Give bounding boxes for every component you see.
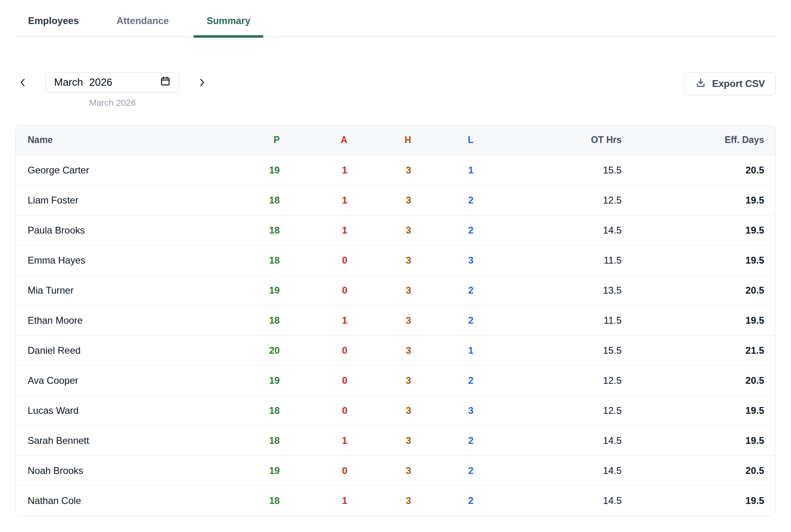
employee-name-cell: Ava Cooper (16, 365, 244, 395)
table-row[interactable]: Liam Foster 18 1 3 2 12.5 19.5 (16, 185, 775, 215)
present-days-cell: 19 (244, 155, 285, 185)
employee-name-cell: Mia Turner (16, 275, 244, 305)
employee-name-cell: Lucas Ward (16, 395, 244, 425)
toolbar: March 2026 March 2026 (15, 72, 776, 108)
month-caption: March 2026 (89, 98, 135, 108)
leave-days-cell: 2 (416, 486, 478, 516)
employee-name-cell: Ethan Moore (16, 305, 244, 335)
attendance-summary-page: Employees Attendance Summary March 2026 (0, 0, 791, 516)
summary-table: Name P A H L OT Hrs Eff. Days George Car… (16, 125, 775, 516)
present-days-cell: 18 (244, 245, 285, 275)
table-row[interactable]: Ethan Moore 18 1 3 2 11.5 19.5 (16, 305, 775, 335)
effective-days-cell: 19.5 (626, 486, 775, 516)
effective-days-cell: 19.5 (626, 245, 775, 275)
absent-days-cell: 1 (285, 185, 352, 215)
table-row[interactable]: Lucas Ward 18 0 3 3 12.5 19.5 (16, 395, 775, 425)
effective-days-cell: 21.5 (626, 335, 775, 365)
absent-days-cell: 0 (285, 395, 352, 425)
overtime-hours-cell: 12.5 (478, 365, 627, 395)
table-row[interactable]: Daniel Reed 20 0 3 1 15.5 21.5 (16, 335, 775, 365)
employee-name-cell: Sarah Bennett (16, 425, 244, 455)
absent-days-cell: 1 (285, 155, 352, 185)
table-body: George Carter 19 1 3 1 15.5 20.5 Liam Fo… (16, 155, 775, 516)
absent-days-cell: 1 (285, 425, 352, 455)
present-days-cell: 18 (244, 185, 285, 215)
present-days-cell: 18 (244, 425, 285, 455)
holiday-days-cell: 3 (352, 335, 416, 365)
present-days-cell: 19 (244, 455, 285, 486)
overtime-hours-cell: 15.5 (478, 155, 627, 185)
table-row[interactable]: Mia Turner 19 0 3 2 13.5 20.5 (16, 275, 775, 305)
effective-days-cell: 19.5 (626, 305, 775, 335)
overtime-hours-cell: 15.5 (478, 335, 627, 365)
present-days-cell: 19 (244, 365, 285, 395)
employee-name-cell: Daniel Reed (16, 335, 244, 365)
effective-days-cell: 19.5 (626, 395, 775, 425)
employee-name-cell: Paula Brooks (16, 215, 244, 245)
holiday-days-cell: 3 (352, 275, 416, 305)
present-days-cell: 19 (244, 275, 285, 305)
tab-attendance[interactable]: Attendance (104, 15, 182, 36)
tab-bar: Employees Attendance Summary (15, 0, 776, 37)
table-row[interactable]: Nathan Cole 18 1 3 2 14.5 19.5 (16, 486, 775, 516)
month-input-value: March 2026 (54, 76, 112, 89)
month-input[interactable]: March 2026 (46, 72, 179, 93)
month-navigator: March 2026 March 2026 (18, 72, 206, 108)
leave-days-cell: 2 (416, 455, 478, 486)
overtime-hours-cell: 14.5 (478, 425, 627, 455)
holiday-days-cell: 3 (352, 305, 416, 335)
absent-days-cell: 0 (285, 455, 352, 486)
leave-days-cell: 2 (416, 365, 478, 395)
holiday-days-cell: 3 (352, 425, 416, 455)
summary-table-card: Name P A H L OT Hrs Eff. Days George Car… (15, 125, 776, 516)
column-header-leave: L (416, 125, 478, 155)
overtime-hours-cell: 11.5 (478, 305, 627, 335)
tab-employees[interactable]: Employees (15, 15, 92, 36)
employee-name-cell: Liam Foster (16, 185, 244, 215)
employee-name-cell: Emma Hayes (16, 245, 244, 275)
effective-days-cell: 19.5 (626, 425, 775, 455)
leave-days-cell: 1 (416, 155, 478, 185)
leave-days-cell: 3 (416, 395, 478, 425)
table-row[interactable]: Ava Cooper 19 0 3 2 12.5 20.5 (16, 365, 775, 395)
effective-days-cell: 20.5 (626, 155, 775, 185)
export-csv-label: Export CSV (712, 78, 765, 89)
leave-days-cell: 2 (416, 425, 478, 455)
leave-days-cell: 3 (416, 245, 478, 275)
holiday-days-cell: 3 (352, 395, 416, 425)
overtime-hours-cell: 12.5 (478, 185, 627, 215)
present-days-cell: 18 (244, 395, 285, 425)
effective-days-cell: 20.5 (626, 365, 775, 395)
leave-days-cell: 2 (416, 275, 478, 305)
effective-days-cell: 19.5 (626, 215, 775, 245)
table-row[interactable]: Paula Brooks 18 1 3 2 14.5 19.5 (16, 215, 775, 245)
holiday-days-cell: 3 (352, 185, 416, 215)
tab-summary[interactable]: Summary (194, 15, 263, 36)
download-icon (695, 77, 706, 91)
holiday-days-cell: 3 (352, 155, 416, 185)
table-row[interactable]: Emma Hayes 18 0 3 3 11.5 19.5 (16, 245, 775, 275)
previous-month-button[interactable] (18, 77, 27, 88)
export-csv-button[interactable]: Export CSV (684, 72, 776, 95)
holiday-days-cell: 3 (352, 455, 416, 486)
absent-days-cell: 1 (285, 486, 352, 516)
leave-days-cell: 2 (416, 215, 478, 245)
absent-days-cell: 0 (285, 275, 352, 305)
table-row[interactable]: Noah Brooks 19 0 3 2 14.5 20.5 (16, 455, 775, 486)
overtime-hours-cell: 14.5 (478, 486, 627, 516)
column-header-effective-days: Eff. Days (626, 125, 775, 155)
employee-name-cell: Noah Brooks (16, 455, 244, 486)
table-row[interactable]: George Carter 19 1 3 1 15.5 20.5 (16, 155, 775, 185)
holiday-days-cell: 3 (352, 365, 416, 395)
effective-days-cell: 20.5 (626, 275, 775, 305)
effective-days-cell: 20.5 (626, 455, 775, 486)
calendar-icon[interactable] (160, 76, 171, 89)
effective-days-cell: 19.5 (626, 185, 775, 215)
table-row[interactable]: Sarah Bennett 18 1 3 2 14.5 19.5 (16, 425, 775, 455)
overtime-hours-cell: 11.5 (478, 245, 627, 275)
overtime-hours-cell: 13.5 (478, 275, 627, 305)
next-month-button[interactable] (198, 77, 206, 88)
present-days-cell: 18 (244, 305, 285, 335)
holiday-days-cell: 3 (352, 215, 416, 245)
overtime-hours-cell: 14.5 (478, 455, 627, 486)
